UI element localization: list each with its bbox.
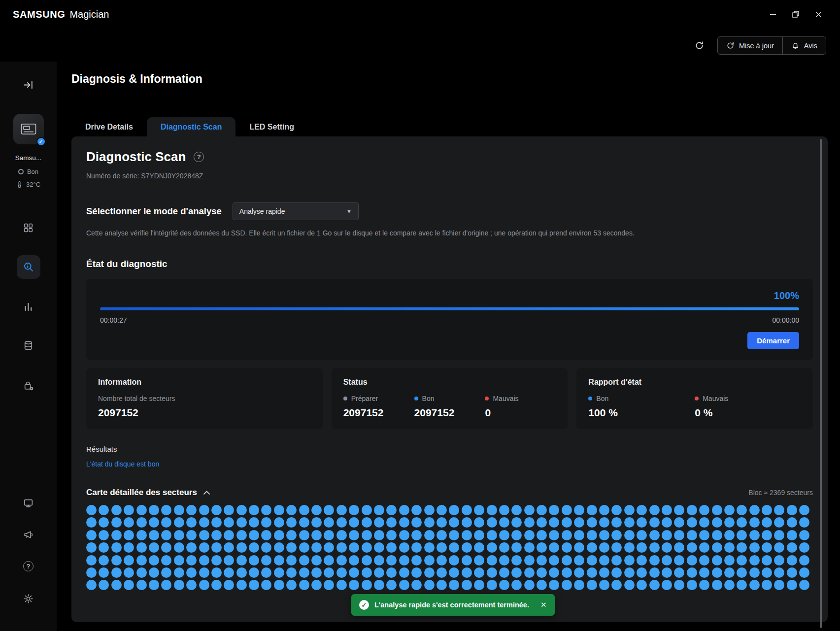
sector-dot — [662, 530, 672, 540]
sector-dot — [261, 567, 271, 578]
toast-close-icon[interactable]: ✕ — [540, 600, 547, 609]
sidebar-item-security[interactable] — [0, 380, 57, 391]
sector-dot — [637, 517, 647, 528]
progress-bar — [100, 307, 799, 310]
sector-dot — [787, 517, 797, 528]
sector-dot — [261, 530, 271, 540]
sector-dot — [299, 505, 309, 515]
sidebar-item-pc-health[interactable] — [0, 498, 57, 509]
restore-button[interactable] — [787, 7, 805, 22]
sidebar-item-data-management[interactable] — [0, 340, 57, 351]
chevron-up-icon[interactable] — [203, 490, 210, 495]
vertical-scrollbar[interactable] — [820, 139, 822, 628]
sector-dot — [799, 542, 809, 553]
close-icon — [815, 11, 822, 18]
sector-dot — [662, 567, 672, 578]
minimize-button[interactable] — [764, 7, 782, 22]
scan-mode-select[interactable]: Analyse rapide ▼ — [233, 202, 359, 220]
notices-button[interactable]: Avis — [782, 37, 826, 54]
sector-dot — [511, 555, 522, 565]
topbar-actions: Mise à jour Avis — [692, 36, 826, 55]
sidebar-item-announcements[interactable] — [0, 529, 57, 540]
sidebar-item-help[interactable]: ? — [0, 561, 57, 571]
results-value-link[interactable]: L'état du disque est bon — [86, 460, 813, 468]
progress-card: 100% 00:00:27 00:00:00 Démarrer — [86, 279, 813, 360]
sector-dot — [587, 580, 597, 590]
sector-dot — [611, 517, 622, 528]
sector-dot — [624, 530, 635, 540]
sector-dot — [762, 542, 772, 553]
sector-dot — [774, 542, 784, 553]
total-sectors-label: Nombre total de secteurs — [98, 395, 311, 402]
sector-dot — [774, 555, 784, 565]
tab-drive-details[interactable]: Drive Details — [71, 117, 147, 136]
sidebar: ✓ Samsu... Bon 32°C — [0, 62, 57, 631]
sector-dot — [374, 505, 384, 515]
sector-dot — [424, 542, 435, 553]
sector-dot — [124, 542, 134, 553]
tab-diagnostic-scan[interactable]: Diagnostic Scan — [147, 117, 235, 136]
total-sectors-value: 2097152 — [98, 407, 311, 419]
close-button[interactable] — [809, 7, 827, 22]
sector-dot — [99, 517, 109, 528]
sector-dot — [587, 517, 597, 528]
sector-dot — [474, 542, 484, 553]
ssd-drive-icon — [19, 120, 38, 138]
sector-dot — [437, 555, 447, 565]
sector-dot — [211, 580, 222, 590]
sector-dot — [712, 555, 722, 565]
panel-heading: Diagnostic Scan — [86, 149, 186, 165]
update-button[interactable]: Mise à jour — [718, 37, 782, 54]
sector-dot — [362, 580, 372, 590]
sector-dot — [399, 505, 409, 515]
drive-avatar[interactable]: ✓ — [0, 114, 57, 144]
sector-dot — [799, 580, 809, 590]
sector-dot — [86, 530, 97, 540]
sector-dot — [524, 505, 535, 515]
tab-led-setting[interactable]: LED Setting — [235, 117, 308, 136]
sector-dot — [511, 580, 522, 590]
sector-dot — [762, 567, 772, 578]
sector-dot — [399, 555, 409, 565]
sector-dot — [437, 530, 447, 540]
sector-dot — [336, 505, 347, 515]
help-circle-icon[interactable]: ? — [194, 152, 204, 162]
sector-dot — [511, 530, 522, 540]
sector-dot — [286, 580, 297, 590]
sector-dot — [699, 580, 709, 590]
sector-dot — [574, 530, 584, 540]
sector-dot — [349, 567, 359, 578]
sector-dot — [86, 542, 97, 553]
sector-dot — [211, 555, 222, 565]
sector-dot — [674, 542, 684, 553]
sector-dot — [424, 517, 435, 528]
sector-dot — [649, 580, 660, 590]
notices-label: Avis — [804, 42, 817, 50]
sector-dot — [86, 567, 97, 578]
red-dot-icon — [695, 397, 699, 400]
sector-dot — [774, 580, 784, 590]
start-button[interactable]: Démarrer — [747, 332, 799, 349]
sidebar-collapse-button[interactable] — [0, 79, 57, 91]
sector-dot — [737, 530, 747, 540]
sector-dot — [624, 505, 635, 515]
scan-mode-description: Cette analyse vérifie l'intégrité des do… — [86, 229, 813, 237]
sidebar-item-settings[interactable] — [0, 593, 57, 604]
sector-dot — [724, 555, 735, 565]
refresh-button[interactable] — [692, 38, 707, 54]
sector-dot — [174, 542, 184, 553]
remaining-time: 00:00:00 — [773, 316, 800, 324]
bell-icon — [791, 41, 800, 50]
sidebar-item-dashboard[interactable] — [0, 222, 57, 233]
sector-dot — [174, 580, 184, 590]
sector-dot — [161, 567, 171, 578]
sector-dot — [662, 555, 672, 565]
sector-dot — [299, 530, 309, 540]
sector-dot — [499, 505, 509, 515]
sidebar-item-diagnosis[interactable] — [0, 255, 57, 279]
sector-dot — [537, 505, 547, 515]
sector-dot — [511, 567, 522, 578]
drive-avatar-box: ✓ — [13, 114, 44, 144]
sidebar-item-performance[interactable] — [0, 301, 57, 312]
sector-dot — [174, 517, 184, 528]
